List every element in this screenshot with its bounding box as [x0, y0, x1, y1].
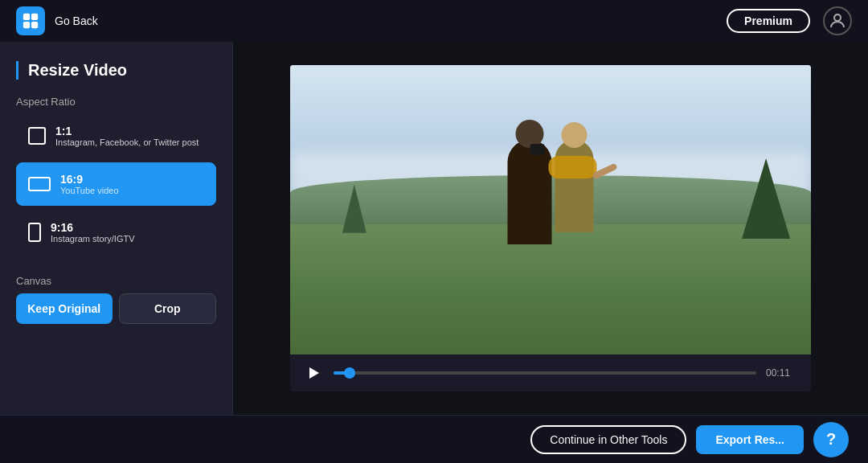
scarf-element — [549, 156, 597, 178]
svg-marker-5 — [309, 367, 319, 379]
export-button[interactable]: Export Res... — [696, 425, 804, 454]
ratio-option-1-1[interactable]: 1:1 Instagram, Facebook, or Twitter post — [16, 114, 216, 158]
sidebar: Resize Video Aspect Ratio 1:1 Instagram,… — [0, 42, 233, 415]
ratio-icon-1-1 — [28, 127, 46, 145]
video-controls: 00:11 — [290, 354, 811, 391]
ratio-option-9-16[interactable]: 9:16 Instagram story/IGTV — [16, 211, 216, 254]
video-area: 00:11 — [233, 42, 868, 415]
header: Go Back Premium — [0, 0, 868, 42]
play-button[interactable] — [303, 363, 324, 383]
keep-original-button[interactable]: Keep Original — [16, 293, 113, 324]
page-title: Resize Video — [16, 61, 216, 80]
app-logo — [16, 6, 45, 35]
main-layout: Resize Video Aspect Ratio 1:1 Instagram,… — [0, 42, 868, 415]
svg-rect-2 — [23, 22, 30, 28]
user-avatar[interactable] — [823, 6, 852, 35]
progress-fill — [334, 371, 350, 375]
scene-background — [290, 65, 811, 354]
continue-other-tools-button[interactable]: Continue in Other Tools — [530, 425, 686, 454]
premium-button[interactable]: Premium — [727, 9, 810, 33]
ratio-value-1-1: 1:1 — [55, 125, 199, 137]
svg-point-4 — [834, 14, 841, 21]
canvas-buttons: Keep Original Crop — [16, 293, 216, 324]
ratio-desc-16-9: YouTube video — [60, 186, 119, 195]
aspect-ratio-section: Aspect Ratio 1:1 Instagram, Facebook, or… — [16, 96, 216, 259]
ratio-value-9-16: 9:16 — [51, 221, 135, 234]
canvas-label: Canvas — [16, 275, 216, 287]
ratio-desc-9-16: Instagram story/IGTV — [51, 234, 135, 244]
video-container: 00:11 — [290, 65, 811, 391]
ratio-option-16-9[interactable]: 16:9 YouTube video — [16, 162, 216, 206]
ratio-icon-9-16 — [28, 223, 41, 242]
help-button[interactable]: ? — [813, 422, 849, 457]
ratio-icon-16-9 — [28, 177, 51, 191]
crop-button[interactable]: Crop — [119, 293, 217, 324]
aspect-ratio-label: Aspect Ratio — [16, 96, 216, 108]
app-logo-icon — [22, 12, 39, 30]
go-back-button[interactable]: Go Back — [55, 14, 98, 27]
canvas-section: Canvas Keep Original Crop — [16, 275, 216, 324]
svg-rect-0 — [23, 14, 30, 20]
svg-rect-1 — [31, 14, 38, 20]
help-icon: ? — [826, 430, 836, 449]
time-display: 00:11 — [766, 367, 798, 379]
svg-rect-3 — [31, 22, 38, 28]
person-companion — [555, 140, 594, 232]
bottom-bar: Continue in Other Tools Export Res... ? — [0, 415, 868, 463]
video-preview — [290, 65, 811, 354]
progress-bar[interactable] — [334, 371, 756, 375]
header-left: Go Back — [16, 6, 98, 35]
header-right: Premium — [727, 6, 852, 35]
progress-handle — [344, 367, 355, 379]
user-icon — [828, 11, 847, 31]
ratio-desc-1-1: Instagram, Facebook, or Twitter post — [55, 137, 199, 147]
person-photographer — [508, 140, 552, 244]
couple-figures — [508, 140, 594, 244]
play-icon — [306, 366, 321, 380]
ratio-value-16-9: 16:9 — [60, 173, 119, 186]
